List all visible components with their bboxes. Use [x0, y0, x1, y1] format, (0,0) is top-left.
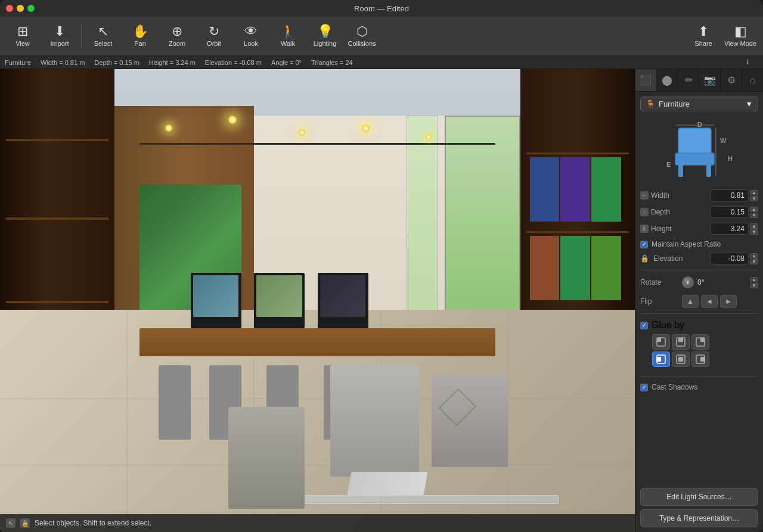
info-category: Furniture	[5, 59, 31, 66]
look-label: Look	[244, 40, 258, 47]
zoom-button[interactable]: ⊕ Zoom	[159, 20, 195, 52]
glue-checkbox[interactable]	[640, 322, 648, 329]
depth-stepper[interactable]: ▲ ▼	[750, 207, 758, 218]
tab-home[interactable]: ⌂	[742, 69, 763, 91]
glue-top-right[interactable]	[691, 334, 709, 350]
rotate-increment[interactable]: ▲	[750, 277, 758, 282]
zoom-icon: ⊕	[172, 25, 182, 38]
rotate-row: Rotate 0° ▲ ▼	[640, 274, 758, 291]
minimize-button[interactable]	[17, 5, 24, 12]
svg-rect-23	[656, 357, 661, 362]
width-increment[interactable]: ▲	[750, 190, 758, 195]
width-stepper[interactable]: ▲ ▼	[750, 190, 758, 201]
shelf-books	[530, 157, 621, 222]
svg-text:W: W	[720, 137, 727, 144]
depth-decrement[interactable]: ▼	[750, 213, 758, 218]
elevation-value[interactable]: -0.08	[710, 253, 749, 265]
flip-horizontal-left-button[interactable]: ◄	[701, 295, 718, 308]
flip-label: Flip	[640, 297, 682, 306]
width-value[interactable]: 0.81	[710, 189, 749, 201]
info-width: Width = 0.81 m	[41, 59, 85, 66]
info-angle: Angle = 0°	[271, 59, 302, 66]
height-stepper[interactable]: ▲ ▼	[750, 223, 758, 235]
glue-top-center[interactable]	[672, 334, 690, 350]
collisions-label: Collisions	[348, 40, 376, 47]
cast-shadows-checkbox[interactable]	[640, 384, 648, 391]
elevation-increment[interactable]: ▲	[750, 253, 758, 259]
rotate-decrement[interactable]: ▼	[750, 283, 758, 288]
tab-object[interactable]: ⬛	[635, 69, 657, 91]
glue-middle-right[interactable]	[691, 351, 709, 367]
rotate-label: Rotate	[640, 278, 682, 287]
orbit-button[interactable]: ↻ Orbit	[196, 20, 232, 52]
pan-button[interactable]: ✋ Pan	[122, 20, 158, 52]
main-content: ↖ 🔒 Select objects. Shift to extend sele…	[0, 69, 763, 532]
close-button[interactable]	[6, 5, 13, 12]
glue-middle-center[interactable]	[672, 351, 690, 367]
width-row: ↔ Width 0.81 ▲ ▼	[640, 188, 758, 203]
share-button[interactable]: ⬆ Share	[686, 20, 721, 52]
tab-materials[interactable]: ⬤	[657, 69, 678, 91]
elevation-input-container: -0.08 ▲ ▼	[682, 253, 758, 265]
maximize-button[interactable]	[27, 5, 35, 12]
lighting-label: Lighting	[314, 40, 337, 47]
walk-button[interactable]: 🚶 Walk	[270, 20, 306, 52]
elevation-label: Elevation	[653, 254, 683, 263]
type-representation-button[interactable]: Type & Representation…	[640, 509, 758, 527]
bottom-buttons: Edit Light Sources… Type & Representatio…	[635, 483, 763, 532]
panel-tabs: ⬛ ⬤ ✏ 📷 ⚙ ⌂	[635, 69, 763, 92]
rotate-knob[interactable]	[682, 276, 694, 288]
select-button[interactable]: ↖ Select	[85, 20, 121, 52]
look-button[interactable]: 👁 Look	[233, 20, 269, 52]
glue-header: Glue by	[640, 320, 758, 331]
svg-rect-6	[678, 128, 711, 155]
import-icon: ⬇	[54, 25, 65, 38]
pan-icon: ✋	[132, 25, 148, 38]
armchair-2	[330, 365, 419, 476]
furniture-dropdown-left: 🪑 Furniture	[646, 99, 690, 108]
light-2	[228, 116, 237, 124]
shelf-2	[6, 217, 109, 220]
tab-settings[interactable]: ⚙	[721, 69, 742, 91]
flip-vertical-button[interactable]: ▲	[682, 295, 699, 308]
walk-label: Walk	[281, 40, 295, 47]
viewport-status-bar: ↖ 🔒 Select objects. Shift to extend sele…	[0, 514, 635, 532]
tab-pen[interactable]: ✏	[678, 69, 700, 91]
rotate-stepper[interactable]: ▲ ▼	[750, 277, 758, 288]
depth-increment[interactable]: ▲	[750, 207, 758, 212]
glue-section: Glue by	[640, 318, 758, 373]
import-button[interactable]: ⬇ Import	[42, 20, 77, 52]
height-value[interactable]: 3.24	[710, 223, 749, 235]
tab-camera[interactable]: 📷	[699, 69, 721, 91]
lighting-button[interactable]: 💡 Lighting	[307, 20, 343, 52]
height-decrement[interactable]: ▼	[750, 229, 758, 235]
view-mode-button[interactable]: ◧ View Mode	[722, 20, 758, 52]
furniture-dropdown[interactable]: 🪑 Furniture ▼	[640, 97, 758, 111]
info-depth: Depth = 0.15 m	[94, 59, 139, 66]
light-3	[299, 129, 305, 136]
elevation-stepper[interactable]: ▲ ▼	[750, 253, 758, 265]
svg-rect-21	[700, 338, 705, 342]
maintain-aspect-ratio-checkbox[interactable]	[640, 241, 648, 248]
chevron-down-icon: ▼	[745, 99, 753, 108]
select-label: Select	[94, 40, 113, 47]
monitor-3	[318, 273, 368, 328]
width-decrement[interactable]: ▼	[750, 196, 758, 201]
collisions-button[interactable]: ⬡ Collisions	[344, 20, 380, 52]
elevation-decrement[interactable]: ▼	[750, 259, 758, 265]
glue-middle-left[interactable]	[652, 351, 670, 367]
light-5	[426, 134, 432, 140]
flip-horizontal-right-button[interactable]: ►	[720, 295, 737, 308]
height-increment[interactable]: ▲	[750, 223, 758, 229]
viewport[interactable]: ↖ 🔒 Select objects. Shift to extend sele…	[0, 69, 635, 532]
glue-top-left[interactable]	[652, 334, 670, 350]
view-button[interactable]: ⊞ View	[5, 20, 41, 52]
select-icon: ↖	[98, 25, 108, 38]
glass-table	[305, 495, 559, 505]
svg-rect-19	[678, 338, 683, 342]
depth-value[interactable]: 0.15	[710, 206, 749, 218]
monitor-2	[254, 273, 305, 328]
edit-light-sources-button[interactable]: Edit Light Sources…	[640, 488, 758, 506]
svg-rect-9	[706, 164, 711, 177]
glue-grid	[652, 334, 758, 367]
